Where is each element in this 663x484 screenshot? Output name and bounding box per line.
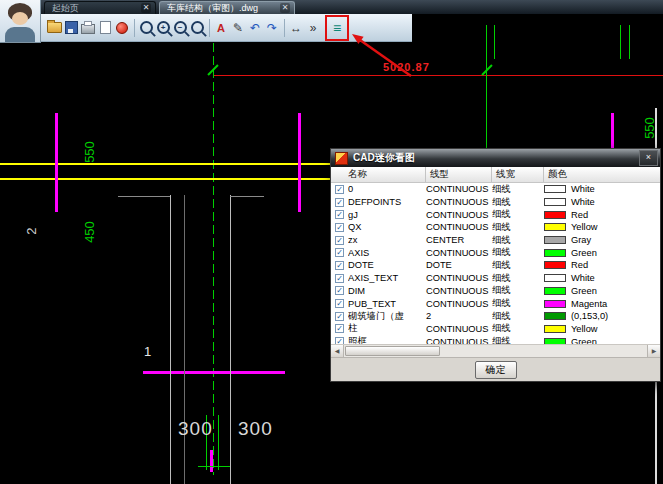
layer-name: 0	[348, 184, 426, 194]
cad-wall-line-white	[230, 195, 231, 484]
layer-lineweight: 细线	[492, 208, 544, 221]
layer-checkbox[interactable]: ✓	[335, 185, 344, 194]
layer-checkbox[interactable]: ✓	[335, 223, 344, 232]
dimension-text-300-left: 300	[178, 418, 213, 440]
cad-wall-line-gray	[184, 195, 185, 484]
layer-checkbox[interactable]: ✓	[335, 337, 344, 344]
cad-wall-stub-white	[230, 196, 264, 197]
layer-color-cell: White	[544, 184, 660, 194]
open-folder-icon[interactable]	[46, 17, 62, 39]
undo-arrow-glyph: ↶	[250, 21, 260, 35]
layer-checkbox[interactable]: ✓	[335, 312, 344, 321]
layer-linetype: CENTER	[426, 235, 492, 245]
ok-button[interactable]: 确定	[475, 361, 517, 379]
more-tools-icon[interactable]: »	[305, 17, 321, 39]
measure-icon[interactable]: ↔	[288, 17, 304, 39]
tab-drawing-file[interactable]: 车库结构（审图）.dwg ✕	[159, 1, 295, 14]
layer-lineweight: 细线	[492, 335, 544, 344]
column-header-name[interactable]: 名称	[331, 167, 426, 182]
folder-glyph	[47, 22, 62, 33]
close-icon[interactable]: ×	[639, 150, 658, 166]
page-setup-icon[interactable]	[97, 17, 113, 39]
layer-checkbox[interactable]: ✓	[335, 210, 344, 219]
layer-checkbox[interactable]: ✓	[335, 274, 344, 283]
layer-checkbox[interactable]: ✓	[335, 236, 344, 245]
cad-beam-line-yellow	[0, 163, 332, 165]
color-swatch	[544, 274, 566, 282]
color-swatch	[544, 312, 566, 320]
tab-close-icon[interactable]: ✕	[141, 3, 151, 13]
layer-checkbox[interactable]: ✓	[335, 198, 344, 207]
table-row[interactable]: ✓ PUB_TEXT CONTINUOUS 细线 Magenta	[331, 297, 660, 310]
magnifier-glyph	[191, 21, 204, 34]
table-row[interactable]: ✓ 柱 CONTINUOUS 细线 Yellow	[331, 323, 660, 336]
tab-close-icon[interactable]: ✕	[280, 3, 290, 13]
pencil-icon[interactable]: ✎	[230, 17, 246, 39]
layer-linetype: CONTINUOUS	[426, 222, 492, 232]
table-row[interactable]: ✓ 照框 CONTINUOUS 细线 Green	[331, 335, 660, 344]
undo-icon[interactable]: ↶	[247, 17, 263, 39]
table-row[interactable]: ✓ QX CONTINUOUS 细线 Yellow	[331, 221, 660, 234]
stamp-glyph	[116, 22, 128, 34]
color-swatch	[544, 198, 566, 206]
table-row[interactable]: ✓ 砌筑墙门（虚 2 细线 (0,153,0)	[331, 310, 660, 323]
table-row[interactable]: ✓ AXIS CONTINUOUS 细线 Green	[331, 246, 660, 259]
color-label: White	[571, 197, 595, 207]
scrollbar-thumb[interactable]	[345, 346, 440, 356]
toolbar-separator	[209, 19, 210, 37]
layer-linetype: CONTINUOUS	[426, 210, 492, 220]
layer-table-body: ✓ 0 CONTINUOUS 细线 White ✓ DEFPOINTS CONT…	[331, 183, 660, 344]
dialog-titlebar[interactable]: CAD迷你看图 ×	[331, 149, 660, 167]
zoom-out-icon[interactable]: −	[172, 17, 188, 39]
layer-checkbox[interactable]: ✓	[335, 261, 344, 270]
layer-name: DOTE	[348, 260, 426, 270]
column-header-color[interactable]: 颜色	[544, 167, 660, 182]
color-swatch	[544, 300, 566, 308]
tab-label: 起始页	[52, 2, 136, 15]
color-label: Red	[571, 260, 588, 270]
color-swatch	[544, 236, 566, 244]
color-label: Gray	[571, 235, 591, 245]
color-swatch	[544, 223, 566, 231]
magnifier-glyph	[140, 21, 153, 34]
layer-lineweight: 细线	[492, 259, 544, 272]
table-row[interactable]: ✓ zx CENTER 细线 Gray	[331, 234, 660, 247]
table-row[interactable]: ✓ 0 CONTINUOUS 细线 White	[331, 183, 660, 196]
save-icon[interactable]	[63, 17, 79, 39]
layer-name: QX	[348, 222, 426, 232]
table-row[interactable]: ✓ DIM CONTINUOUS 细线 Green	[331, 285, 660, 298]
color-label: (0,153,0)	[571, 311, 608, 321]
user-avatar[interactable]	[0, 0, 41, 43]
app-logo-icon	[335, 152, 348, 165]
scroll-left-icon[interactable]: ◀	[331, 345, 344, 357]
tab-start-page[interactable]: 起始页 ✕	[44, 1, 156, 14]
table-row[interactable]: ✓ DEFPOINTS CONTINUOUS 细线 White	[331, 196, 660, 209]
table-row[interactable]: ✓ gJ CONTINUOUS 细线 Red	[331, 208, 660, 221]
layer-checkbox[interactable]: ✓	[335, 324, 344, 333]
cad-dimension-line-red	[213, 75, 663, 76]
layer-linetype: CONTINUOUS	[426, 184, 492, 194]
layer-color-cell: Red	[544, 260, 660, 270]
table-row[interactable]: ✓ DOTE DOTE 细线 Red	[331, 259, 660, 272]
stamp-icon[interactable]	[114, 17, 130, 39]
layer-name: AXIS_TEXT	[348, 273, 426, 283]
text-icon[interactable]: A	[213, 17, 229, 39]
layer-checkbox[interactable]: ✓	[335, 248, 344, 257]
layer-checkbox[interactable]: ✓	[335, 299, 344, 308]
color-label: Green	[571, 286, 597, 296]
redo-icon[interactable]: ↷	[264, 17, 280, 39]
horizontal-scrollbar[interactable]: ◀ ▶	[331, 344, 660, 357]
zoom-window-icon[interactable]	[138, 17, 154, 39]
color-label: White	[571, 184, 595, 194]
print-icon[interactable]	[80, 17, 96, 39]
table-row[interactable]: ✓ AXIS_TEXT CONTINUOUS 细线 White	[331, 272, 660, 285]
column-header-lineweight[interactable]: 线宽	[492, 167, 544, 182]
column-header-linetype[interactable]: 线型	[426, 167, 492, 182]
zoom-in-icon[interactable]: +	[155, 17, 171, 39]
scroll-right-icon[interactable]: ▶	[647, 345, 660, 357]
tab-label: 车库结构（审图）.dwg	[167, 2, 275, 15]
layer-checkbox[interactable]: ✓	[335, 286, 344, 295]
pencil-glyph: ✎	[233, 21, 243, 35]
zoom-extents-icon[interactable]	[189, 17, 205, 39]
layer-lineweight: 细线	[492, 272, 544, 285]
